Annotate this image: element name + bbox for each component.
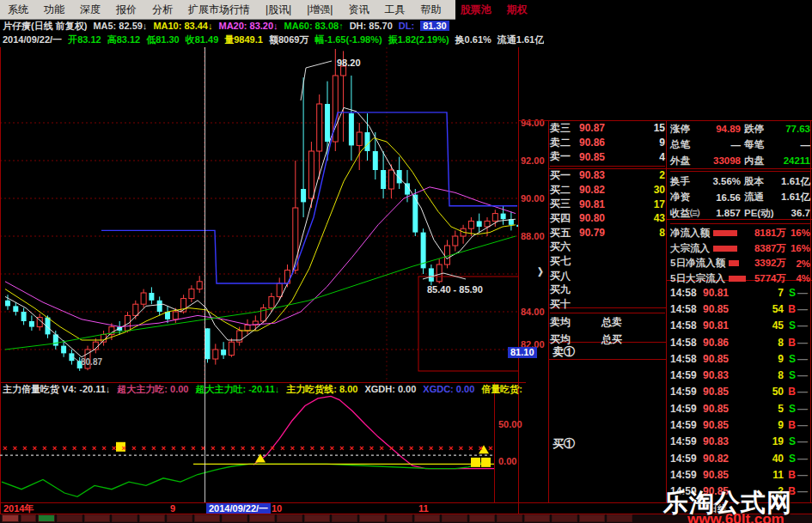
order-row[interactable]: 买三90.8117 bbox=[550, 197, 665, 211]
toolbar-tab[interactable] bbox=[2, 514, 19, 522]
order-row[interactable]: 卖一90.854 bbox=[550, 149, 665, 164]
menubar: 系统功能深度报价分析扩展市场行情|股讯||增强|资讯工具帮助股票池期权 bbox=[0, 0, 455, 20]
menu-item[interactable]: 分析 bbox=[144, 3, 180, 17]
svg-text:98.20: 98.20 bbox=[337, 58, 361, 68]
order-row[interactable]: 买十 bbox=[550, 297, 665, 312]
svg-text:×: × bbox=[309, 444, 314, 453]
svg-text:×: × bbox=[468, 444, 473, 453]
stat-row: 收益㈢1.857PE(动)36.7 bbox=[670, 205, 810, 222]
toolbar-tab[interactable] bbox=[607, 514, 632, 522]
svg-text:×: × bbox=[350, 444, 354, 453]
tick-row: 14:5990.8511B— bbox=[670, 466, 808, 483]
price-axis-label: 90.00 bbox=[521, 193, 552, 204]
toolbar-tab[interactable] bbox=[359, 514, 385, 522]
order-row[interactable]: 卖二90.869 bbox=[550, 136, 665, 150]
svg-text:×: × bbox=[13, 444, 17, 453]
svg-text:×: × bbox=[320, 444, 324, 453]
menu-item-highlight[interactable]: 期权 bbox=[498, 3, 534, 17]
fund-flow-row: 5日净流入额3392万2% bbox=[670, 256, 810, 271]
toolbar-tab[interactable] bbox=[524, 514, 550, 522]
buy-queue-label[interactable]: 买① bbox=[553, 436, 575, 452]
info-token: 主力倍量吃货 V4: -20.11↓ bbox=[3, 384, 110, 394]
menu-item[interactable]: 报价 bbox=[108, 3, 144, 17]
time-axis-tick: 10 bbox=[272, 503, 282, 514]
tick-row: 14:5990.8319S— bbox=[670, 434, 808, 450]
order-row[interactable]: 买六 bbox=[550, 240, 665, 255]
menu-item[interactable]: 工具 bbox=[376, 3, 412, 17]
svg-text:×: × bbox=[62, 444, 66, 453]
toolbar-tab[interactable] bbox=[277, 514, 302, 522]
svg-text:×: × bbox=[339, 444, 344, 453]
menu-item[interactable]: 帮助 bbox=[412, 3, 449, 17]
toolbar-tab[interactable] bbox=[38, 514, 55, 522]
toolbar-tab[interactable] bbox=[442, 514, 467, 522]
menu-item[interactable]: 深度 bbox=[72, 3, 108, 17]
toolbar-tab[interactable] bbox=[222, 514, 247, 522]
stats-panel: 涨停94.89跌停77.63总笔—每笔—外盘33098内盘24211换手3.56… bbox=[670, 121, 810, 286]
toolbar-tab[interactable] bbox=[552, 514, 577, 522]
tick-row: 14:5890.8554B— bbox=[670, 301, 808, 317]
sell-queue-label[interactable]: 卖① bbox=[553, 344, 575, 360]
info-token: XGDH: 0.00 bbox=[364, 384, 416, 394]
tick-list: 14:5890.817S—14:5890.8554B—14:5890.8145S… bbox=[670, 284, 808, 500]
svg-text:×: × bbox=[92, 444, 96, 453]
toolbar-tab[interactable] bbox=[57, 514, 82, 522]
toolbar-tab[interactable] bbox=[304, 514, 330, 522]
toolbar-tab[interactable] bbox=[84, 514, 110, 522]
toolbar-tab[interactable] bbox=[579, 514, 605, 522]
toolbar-tab[interactable] bbox=[112, 514, 137, 522]
info-token: 倍量吃货: 0.00 bbox=[481, 384, 523, 394]
svg-text:×: × bbox=[270, 444, 274, 453]
order-row[interactable]: 买七 bbox=[550, 254, 665, 269]
main-candlestick-chart[interactable]: 98.2085.40 - 85.9080.87 bbox=[0, 47, 518, 382]
toolbar-tab[interactable] bbox=[21, 514, 36, 522]
toolbar-tab[interactable] bbox=[387, 514, 412, 522]
menu-item[interactable]: 功能 bbox=[36, 3, 72, 17]
svg-text:×: × bbox=[241, 444, 245, 453]
menu-item[interactable]: |增强| bbox=[299, 3, 340, 17]
menu-item[interactable]: 资讯 bbox=[340, 3, 376, 17]
order-row[interactable]: 买四90.8043 bbox=[550, 211, 665, 226]
svg-text:×: × bbox=[72, 444, 76, 453]
svg-text:×: × bbox=[101, 444, 106, 453]
info-token: 换0.61% bbox=[455, 34, 491, 45]
info-token: 片仔癀(日线 前复权) bbox=[3, 21, 87, 31]
toolbar-tab[interactable] bbox=[414, 514, 440, 522]
toolbar-tab[interactable] bbox=[249, 514, 275, 522]
stat-row: 净资16.56流通1.61亿 bbox=[670, 189, 810, 205]
svg-text:×: × bbox=[389, 444, 394, 453]
menu-item[interactable]: |股讯| bbox=[258, 3, 299, 17]
fund-flow-row: 大宗流入8387万16% bbox=[670, 240, 810, 256]
tick-row: 14:5890.868B— bbox=[670, 334, 808, 350]
order-row[interactable]: 买八 bbox=[550, 269, 665, 283]
svg-text:×: × bbox=[330, 444, 334, 453]
toolbar-tab[interactable] bbox=[469, 514, 495, 522]
svg-text:×: × bbox=[230, 444, 235, 453]
menu-item-highlight[interactable]: 股票池 bbox=[452, 3, 498, 17]
svg-text:×: × bbox=[141, 444, 145, 453]
time-axis-tick: 11 bbox=[418, 503, 429, 514]
svg-text:×: × bbox=[379, 444, 383, 453]
order-row[interactable]: 买五90.798 bbox=[550, 226, 665, 240]
panel-expander-icon[interactable]: 》 bbox=[538, 265, 548, 280]
order-row[interactable]: 买二90.8230 bbox=[550, 183, 665, 198]
indicator-axis-label: 50.00 bbox=[498, 419, 522, 429]
toolbar-tab[interactable] bbox=[497, 514, 522, 522]
toolbar-tab[interactable] bbox=[194, 514, 220, 522]
stat-row: 换手3.56%股本1.61亿 bbox=[670, 173, 810, 190]
order-row[interactable]: 卖三90.8715 bbox=[550, 121, 665, 136]
svg-text:×: × bbox=[112, 444, 116, 453]
toolbar-tab[interactable] bbox=[332, 514, 357, 522]
menu-item[interactable]: 扩展市场行情 bbox=[180, 3, 258, 17]
info-token: 幅-1.65(-1.98%) bbox=[314, 34, 382, 45]
order-row[interactable]: 买九 bbox=[550, 283, 665, 298]
stat-row: 外盘33098内盘24211 bbox=[670, 153, 810, 169]
menu-item[interactable]: 系统 bbox=[0, 3, 36, 17]
toolbar-tab[interactable] bbox=[139, 514, 165, 522]
svg-text:×: × bbox=[181, 444, 186, 453]
order-row[interactable]: 买一90.832 bbox=[550, 168, 665, 183]
svg-text:×: × bbox=[151, 444, 156, 453]
indicator-chart[interactable]: ××××××××××××××××××××××××××××××××××××××××… bbox=[0, 395, 494, 502]
toolbar-tab[interactable] bbox=[167, 514, 192, 522]
svg-text:×: × bbox=[280, 444, 284, 453]
